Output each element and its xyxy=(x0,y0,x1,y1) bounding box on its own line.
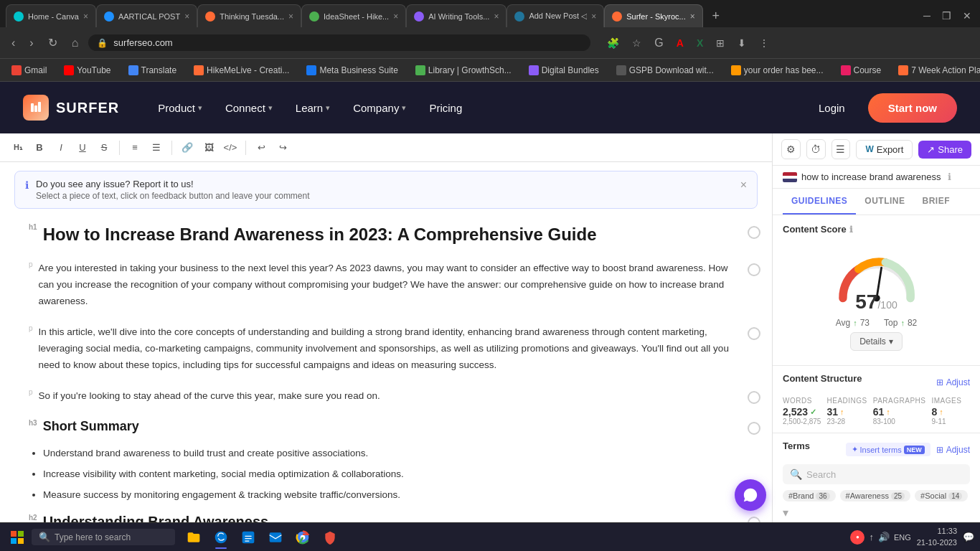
extensions-icon[interactable]: 🧩 xyxy=(603,35,623,51)
tab-close-surfer[interactable]: × xyxy=(690,11,695,22)
toolbar-redo-btn[interactable]: ↪ xyxy=(273,138,292,157)
home-button[interactable]: ⌂ xyxy=(67,34,83,52)
login-button[interactable]: Login xyxy=(807,96,857,120)
terms-search-input[interactable] xyxy=(806,469,963,480)
refresh-button[interactable]: ↻ xyxy=(44,33,62,52)
sidebar-icon-1[interactable]: ⚙ xyxy=(781,139,801,159)
minimize-button[interactable]: ─ xyxy=(920,7,933,24)
toolbar-strikethrough-btn[interactable]: S xyxy=(95,138,113,157)
tab-guidelines[interactable]: GUIDELINES xyxy=(783,189,856,215)
tab-aartical[interactable]: AARTICAL POST × xyxy=(96,4,197,27)
tab-close-canva[interactable]: × xyxy=(83,11,88,22)
toolbar-italic-btn[interactable]: I xyxy=(52,138,70,157)
bookmark-youtube[interactable]: YouTube xyxy=(60,64,115,77)
toolbar-undo-btn[interactable]: ↩ xyxy=(252,138,270,157)
article-h1[interactable]: How to Increase Brand Awareness in 2023:… xyxy=(43,223,597,246)
toolbar-bold-btn[interactable]: B xyxy=(30,138,49,157)
share-button[interactable]: ↗ Share xyxy=(918,141,971,159)
tab-canva[interactable]: Home - Canva × xyxy=(6,4,96,27)
download-icon[interactable]: ⬇ xyxy=(734,35,750,51)
keyword-info-icon[interactable]: ℹ xyxy=(948,171,951,182)
export-button[interactable]: W Export xyxy=(856,140,913,159)
terms-search-box[interactable]: 🔍 xyxy=(783,464,970,484)
h1-comment-icon[interactable] xyxy=(748,226,760,239)
cs-adjust-button[interactable]: ⊞ Adjust xyxy=(936,377,970,387)
article-p3[interactable]: So if you're looking to stay ahead of th… xyxy=(39,388,380,405)
new-tab-button[interactable]: + xyxy=(706,6,726,26)
p2-comment-icon[interactable] xyxy=(748,327,760,340)
tag-filter-brand[interactable]: #Brand 36 xyxy=(783,490,836,501)
taskbar-search-box[interactable]: 🔍 Type here to search xyxy=(32,529,175,545)
tag-filter-awareness[interactable]: #Awareness 25 xyxy=(840,490,910,501)
tab-close-aartical[interactable]: × xyxy=(184,11,189,22)
surfer-logo[interactable]: SURFER xyxy=(23,95,119,121)
tab-idea[interactable]: IdeaSheet - Hike... × xyxy=(301,4,406,27)
h3-comment-icon[interactable] xyxy=(748,422,760,435)
bullet-item-3[interactable]: Measure success by monitoring engagement… xyxy=(43,487,743,504)
puzzle-icon[interactable]: ⊞ xyxy=(712,35,728,51)
bookmark-translate[interactable]: Translate xyxy=(124,64,182,77)
back-button[interactable]: ‹ xyxy=(7,34,19,52)
tab-close-idea[interactable]: × xyxy=(393,11,398,22)
nav-item-company[interactable]: Company ▾ xyxy=(343,96,416,120)
close-button[interactable]: ✕ xyxy=(960,7,974,24)
taskbar-app-store[interactable] xyxy=(235,524,261,550)
insert-terms-button[interactable]: ✦ Insert terms NEW xyxy=(846,443,930,456)
toolbar-link-btn[interactable]: 🔗 xyxy=(178,138,197,157)
tab-close-addpost[interactable]: × xyxy=(591,11,596,22)
toolbar-list-btn[interactable]: ☰ xyxy=(147,138,166,157)
restore-button[interactable]: ❒ xyxy=(939,7,954,24)
taskbar-app-files[interactable] xyxy=(181,524,207,550)
bookmark-order[interactable]: your order has bee... xyxy=(727,64,828,77)
tab-close-thinking[interactable]: × xyxy=(288,11,293,22)
forward-button[interactable]: › xyxy=(25,34,37,52)
nav-item-pricing[interactable]: Pricing xyxy=(419,96,472,120)
taskbar-app-security[interactable] xyxy=(317,524,343,550)
p1-comment-icon[interactable] xyxy=(748,263,760,276)
toolbar-code-btn[interactable]: </> xyxy=(221,138,240,157)
bookmark-star-icon[interactable]: ☆ xyxy=(628,35,645,51)
network-icon[interactable]: ↑ xyxy=(869,532,874,542)
tab-ai[interactable]: AI Writing Tools... × xyxy=(406,4,507,27)
sidebar-icon-2[interactable]: ⏱ xyxy=(806,139,826,159)
toolbar-align-btn[interactable]: ≡ xyxy=(126,138,144,157)
bookmark-meta[interactable]: Meta Business Suite xyxy=(302,64,402,77)
toolbar-underline-btn[interactable]: U xyxy=(73,138,92,157)
details-button[interactable]: Details ▾ xyxy=(850,332,903,351)
bookmark-7week[interactable]: 7 Week Action Plan xyxy=(894,64,980,77)
feedback-close-button[interactable]: × xyxy=(740,179,747,192)
nav-item-product[interactable]: Product ▾ xyxy=(148,96,212,120)
taskbar-app-chrome[interactable] xyxy=(290,524,316,550)
tab-close-ai[interactable]: × xyxy=(494,11,499,22)
tab-surfer[interactable]: Surfer - Skyroc... × xyxy=(604,4,703,27)
taskbar-app-mail[interactable] xyxy=(263,524,288,550)
chat-bubble-button[interactable] xyxy=(735,479,766,511)
toolbar-image-btn[interactable]: 🖼 xyxy=(199,138,218,157)
content-score-info-icon[interactable]: ℹ xyxy=(849,225,853,235)
menu-icon[interactable]: ⋮ xyxy=(755,35,773,51)
article-p2[interactable]: In this article, we'll dive into the cor… xyxy=(39,324,743,374)
nav-item-learn[interactable]: Learn ▾ xyxy=(286,96,340,120)
sidebar-icon-3[interactable]: ☰ xyxy=(831,139,851,159)
bookmark-course[interactable]: Course xyxy=(837,64,886,77)
tab-brief[interactable]: BRIEF xyxy=(914,189,959,215)
bookmark-digital[interactable]: Digital Bundles xyxy=(524,64,603,77)
bookmark-hikeme[interactable]: HikeMeLive - Creati... xyxy=(189,64,293,77)
live-icon[interactable]: ● xyxy=(850,530,864,545)
tab-thinking[interactable]: Thinking Tuesda... × xyxy=(197,4,301,27)
bullet-item-2[interactable]: Increase visibility with content marketi… xyxy=(43,466,743,483)
bullet-item-1[interactable]: Understand brand awareness to build trus… xyxy=(43,446,743,462)
bookmark-library[interactable]: Library | GrowthSch... xyxy=(411,64,516,77)
p3-comment-icon[interactable] xyxy=(748,391,760,404)
bookmark-gmail[interactable]: Gmail xyxy=(7,64,51,77)
taskbar-clock[interactable]: 11:33 21-10-2023 xyxy=(917,526,957,548)
volume-icon[interactable]: 🔊 xyxy=(878,532,890,542)
nav-item-connect[interactable]: Connect ▾ xyxy=(215,96,283,120)
tag-filter-social[interactable]: #Social 14 xyxy=(915,490,968,501)
start-now-button[interactable]: Start now xyxy=(868,93,957,123)
bookmark-gspb[interactable]: GSPB Download wit... xyxy=(612,64,718,77)
article-p1[interactable]: Are you interested in taking your busine… xyxy=(39,260,743,310)
tab-outline[interactable]: OUTLINE xyxy=(856,189,913,215)
notification-center-icon[interactable]: 💬 xyxy=(963,532,974,542)
article-h3[interactable]: Short Summary xyxy=(43,419,139,434)
